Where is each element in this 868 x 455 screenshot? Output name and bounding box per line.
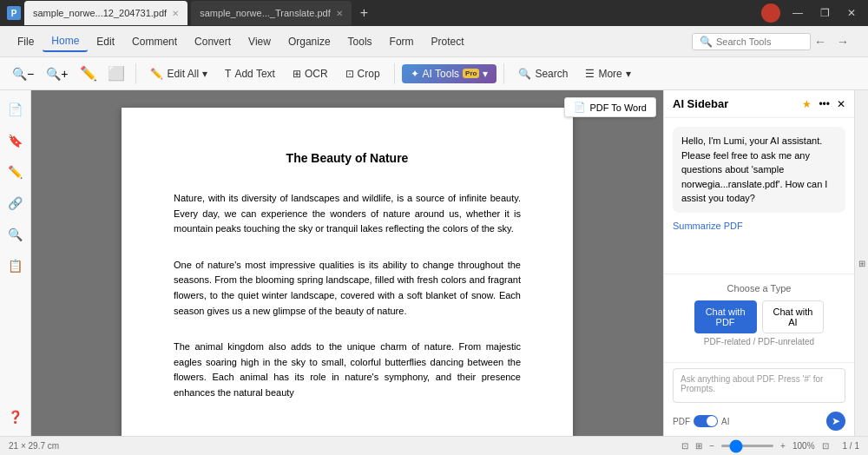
ocr-label: OCR	[305, 68, 328, 80]
ai-input-box[interactable]: Ask anything about PDF. Press '#' for Pr…	[673, 368, 845, 403]
add-text-label: Add Text	[234, 68, 274, 80]
separator-1	[135, 63, 136, 84]
menu-home[interactable]: Home	[43, 31, 88, 52]
menu-comment[interactable]: Comment	[123, 32, 186, 51]
chat-with-pdf-button[interactable]: Chat withPDF	[694, 300, 757, 333]
toolbar: 🔍− 🔍+ ✏️ ⬜ ✏️ Edit All ▾ T Add Text ⊞ OC…	[0, 57, 868, 90]
minimize-button[interactable]: —	[787, 5, 808, 21]
ai-sidebar-title: AI Sidebar	[673, 97, 799, 110]
pdf-toolbar-overlay: 📄 PDF To Word	[564, 97, 656, 117]
ai-type-sublabel: PDF-related / PDF-unrelated	[673, 337, 845, 346]
search-toolbar-label: Search	[535, 68, 568, 80]
ai-sidebar-header: AI Sidebar ★ ••• ✕	[664, 90, 854, 118]
ai-sidebar-star-icon[interactable]: ★	[802, 98, 812, 110]
app-icon: P	[7, 6, 21, 20]
sidebar-icon-search[interactable]: 🔍	[3, 222, 28, 247]
close-button[interactable]: ✕	[842, 5, 861, 21]
pdf-to-word-label: PDF To Word	[589, 102, 647, 113]
ai-send-button[interactable]: ➤	[826, 412, 845, 431]
window-controls: — ❐ ✕	[761, 3, 861, 23]
navigation-arrows: ← →	[811, 33, 852, 50]
ai-sidebar-menu-icon[interactable]: •••	[819, 98, 830, 110]
ai-input-placeholder: Ask anything about PDF. Press '#' for Pr…	[681, 374, 838, 393]
sidebar-icon-page[interactable]: 📄	[3, 97, 28, 122]
tab-2[interactable]: sample_norwe..._Translate.pdf ✕	[191, 1, 352, 25]
crop-button[interactable]: ⊡ Crop	[339, 64, 387, 83]
summarize-pdf-link[interactable]: Summarize PDF	[673, 221, 743, 231]
ai-tools-label: AI Tools	[423, 68, 459, 80]
more-icon: ☰	[585, 68, 595, 80]
menu-view[interactable]: View	[240, 32, 279, 51]
more-label: More	[598, 68, 621, 80]
separator-3	[503, 63, 504, 84]
fit-page-icon[interactable]: ⊡	[822, 441, 829, 451]
tab-1[interactable]: sample_norwe...12_204731.pdf ✕	[24, 1, 187, 25]
pdf-paragraph-1: Nature, with its diversity of landscapes…	[174, 191, 521, 237]
sidebar-icon-layers[interactable]: 📋	[3, 254, 28, 278]
tab-2-label: sample_norwe..._Translate.pdf	[200, 8, 331, 18]
search-tools-field[interactable]	[716, 36, 803, 47]
ocr-button[interactable]: ⊞ OCR	[286, 64, 335, 83]
nav-forward-button[interactable]: →	[833, 33, 852, 50]
ai-sidebar-close-icon[interactable]: ✕	[837, 98, 845, 110]
pdf-to-word-button[interactable]: 📄 PDF To Word	[564, 97, 656, 117]
page-dimensions: 21 × 29.7 cm	[9, 441, 59, 451]
ai-tools-dropdown-icon: ▾	[483, 68, 488, 80]
ai-type-title: Choose a Type	[673, 283, 845, 293]
maximize-button[interactable]: ❐	[815, 5, 835, 21]
search-button[interactable]: 🔍 Search	[511, 64, 575, 83]
edit-all-dropdown-icon: ▾	[202, 68, 207, 80]
page-info-label: 1 / 1	[843, 441, 859, 451]
tab-1-label: sample_norwe...12_204731.pdf	[33, 8, 167, 18]
crop-icon: ⊡	[345, 68, 354, 80]
menu-convert[interactable]: Convert	[186, 32, 240, 51]
zoom-slider[interactable]	[721, 445, 773, 447]
ai-badge: Pro	[463, 69, 479, 78]
sidebar-icon-link[interactable]: 🔗	[3, 191, 28, 215]
menu-file[interactable]: File	[9, 32, 43, 51]
add-text-icon: T	[225, 68, 231, 80]
menu-edit[interactable]: Edit	[88, 32, 123, 51]
right-panel-icon: ⊞	[858, 259, 865, 268]
ai-tools-button[interactable]: ✦ AI Tools Pro ▾	[402, 64, 497, 83]
more-button[interactable]: ☰ More ▾	[578, 64, 637, 83]
zoom-out-button[interactable]: 🔍−	[7, 65, 39, 82]
ai-input-area: Ask anything about PDF. Press '#' for Pr…	[664, 362, 854, 408]
ai-sidebar: AI Sidebar ★ ••• ✕ Hello, I'm Lumi, your…	[663, 90, 854, 436]
menu-form[interactable]: Form	[381, 32, 423, 51]
tab-2-close[interactable]: ✕	[336, 9, 343, 18]
toggle-dot	[707, 416, 717, 426]
zoom-controls: 🔍− 🔍+	[7, 65, 73, 82]
draw-icon[interactable]: ✏️	[76, 62, 101, 85]
pdf-viewer[interactable]: 📄 PDF To Word The Beauty of Nature Natur…	[31, 90, 663, 436]
sidebar-icon-bookmark[interactable]: 🔖	[3, 129, 28, 153]
edit-all-button[interactable]: ✏️ Edit All ▾	[143, 64, 214, 83]
add-text-button[interactable]: T Add Text	[218, 64, 282, 83]
menu-protect[interactable]: Protect	[423, 32, 473, 51]
page-layout-icon[interactable]: ⊡	[681, 441, 688, 451]
select-icon[interactable]: ⬜	[104, 62, 128, 85]
zoom-out-bottom-icon[interactable]: −	[709, 441, 714, 451]
tab-1-close[interactable]: ✕	[172, 9, 179, 18]
search-tools-input[interactable]: 🔍	[692, 33, 811, 50]
ai-pdf-toggle[interactable]	[694, 415, 718, 427]
ai-tools-icon: ✦	[411, 68, 419, 80]
menu-organize[interactable]: Organize	[279, 32, 339, 51]
ai-toggle-label: AI	[721, 417, 729, 426]
chat-with-ai-button[interactable]: Chat withAI	[762, 300, 825, 333]
zoom-in-bottom-icon[interactable]: +	[780, 441, 786, 451]
user-avatar[interactable]	[761, 3, 780, 23]
zoom-in-button[interactable]: 🔍+	[41, 65, 73, 82]
crop-label: Crop	[358, 68, 380, 80]
more-dropdown-icon: ▾	[626, 68, 631, 80]
left-sidebar: 📄 🔖 ✏️ 🔗 🔍 📋 ❓	[0, 90, 31, 436]
sidebar-icon-help[interactable]: ❓	[3, 405, 28, 429]
sidebar-icon-edit[interactable]: ✏️	[3, 160, 28, 184]
page-view-icon[interactable]: ⊞	[695, 441, 702, 451]
pdf-title: The Beauty of Nature	[174, 151, 521, 165]
menu-tools[interactable]: Tools	[339, 32, 381, 51]
nav-back-button[interactable]: ←	[811, 33, 830, 50]
main-area: 📄 🔖 ✏️ 🔗 🔍 📋 ❓ 📄 PDF To Word The Beauty …	[0, 90, 868, 436]
right-panel-toggle[interactable]: ⊞	[854, 90, 868, 436]
add-tab-button[interactable]: +	[355, 5, 373, 21]
